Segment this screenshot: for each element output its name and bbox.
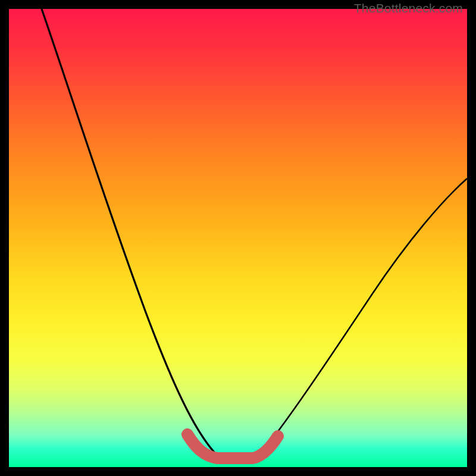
watermark-text: TheBottleneck.com [354,1,463,15]
chart-frame [9,9,467,467]
chart-background-gradient [9,9,467,467]
